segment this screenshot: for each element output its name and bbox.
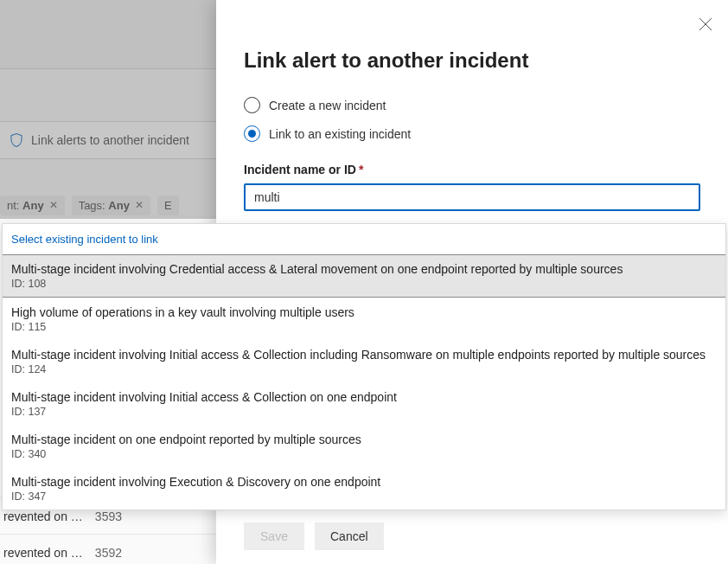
incident-search-input[interactable]: [244, 183, 700, 211]
dropdown-item-title: Multi-stage incident involving Initial a…: [11, 348, 717, 362]
radio-create-new[interactable]: Create a new incident: [244, 97, 700, 113]
radio-link-existing[interactable]: Link to an existing incident: [244, 125, 700, 142]
cancel-button[interactable]: Cancel: [315, 522, 384, 550]
dropdown-item-title: Multi-stage incident involving Initial a…: [11, 390, 717, 404]
dropdown-item-id: ID: 124: [11, 363, 717, 375]
row-id: 3592: [95, 546, 122, 560]
save-button[interactable]: Save: [244, 522, 304, 550]
dropdown-item[interactable]: Multi-stage incident involving Initial a…: [3, 382, 725, 425]
dropdown-item[interactable]: Multi-stage incident involving Initial a…: [3, 340, 725, 382]
dropdown-item-title: Multi-stage incident involving Execution…: [11, 475, 717, 489]
row-id: 3593: [95, 510, 122, 523]
radio-label: Link to an existing incident: [269, 127, 411, 141]
dropdown-item[interactable]: Multi-stage incident on one endpoint rep…: [3, 425, 725, 467]
close-panel-button[interactable]: [697, 16, 714, 33]
dropdown-item-title: High volume of operations in a key vault…: [11, 305, 717, 319]
radio-inner-dot: [248, 130, 256, 138]
row-text: revented on …: [3, 510, 83, 523]
required-indicator: *: [359, 163, 363, 176]
dropdown-item-title: Multi-stage incident involving Credentia…: [11, 262, 717, 276]
dropdown-item[interactable]: Multi-stage incident involving Credentia…: [3, 254, 725, 298]
dropdown-item[interactable]: Multi-stage incident involving Execution…: [3, 467, 725, 510]
row-text: revented on …: [3, 546, 83, 560]
incident-suggestions-dropdown: Select existing incident to link Multi-s…: [2, 223, 726, 510]
dropdown-header: Select existing incident to link: [3, 224, 725, 254]
dropdown-item-title: Multi-stage incident on one endpoint rep…: [11, 433, 717, 446]
dropdown-item-id: ID: 108: [11, 278, 717, 290]
panel-content: Link alert to another incident Create a …: [216, 0, 728, 228]
dropdown-item-id: ID: 115: [11, 321, 717, 333]
dropdown-item-id: ID: 340: [11, 448, 717, 460]
radio-label: Create a new incident: [269, 99, 386, 112]
dropdown-item-id: ID: 347: [11, 490, 717, 503]
table-row[interactable]: revented on … 3592: [0, 534, 216, 564]
radio-group: Create a new incident Link to an existin…: [244, 97, 700, 142]
bg-dim-overlay: [0, 0, 216, 219]
radio-icon: [244, 97, 260, 113]
dropdown-item-id: ID: 137: [11, 406, 717, 418]
button-bar: Save Cancel: [244, 522, 384, 550]
incident-field-label: Incident name or ID*: [244, 163, 700, 176]
dropdown-item[interactable]: High volume of operations in a key vault…: [3, 298, 725, 340]
panel-title: Link alert to another incident: [244, 48, 700, 73]
radio-icon-selected: [244, 125, 260, 142]
